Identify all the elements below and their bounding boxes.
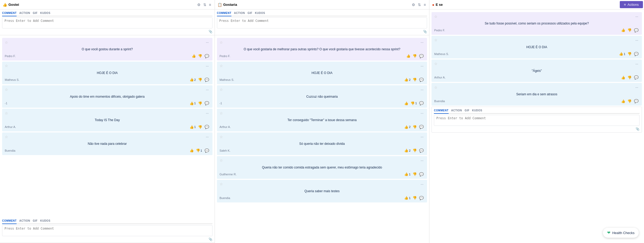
tab-gif-top-gostei[interactable]: GIF xyxy=(33,11,38,15)
health-checks-button[interactable]: ❤ Health Checks xyxy=(603,228,639,238)
downvote-btn-gostaria-7[interactable]: 👎 xyxy=(412,196,417,200)
upvote-btn-gostei-2[interactable]: 👍 2 xyxy=(189,77,196,82)
tab-kudos-top-gostei[interactable]: KUDOS xyxy=(40,11,51,15)
attachment-icon-gostaria[interactable]: 📎 xyxy=(423,30,427,33)
attachment-icon-bottom-gostei[interactable]: 📎 xyxy=(209,237,212,241)
upvote-btn-gostei-3[interactable]: 👍 1 xyxy=(189,101,196,106)
more-btn-gostaria-7[interactable]: ··· xyxy=(420,182,425,186)
more-btn-ese-1[interactable]: ··· xyxy=(634,14,639,19)
downvote-btn-gostei-3[interactable]: 👎 xyxy=(197,101,203,106)
star-icon-gostaria-2[interactable]: ☆ xyxy=(220,64,223,68)
upvote-btn-ese-1[interactable]: 👍 xyxy=(621,28,626,32)
downvote-btn-gostei-4[interactable]: 👎 xyxy=(197,125,203,129)
tab-gif-ese[interactable]: GIF xyxy=(465,108,469,112)
more-btn-gostaria-2[interactable]: ··· xyxy=(420,64,425,68)
comment-btn-ese-2[interactable]: 💬 xyxy=(633,52,639,56)
more-btn-gostaria-6[interactable]: ··· xyxy=(420,158,425,163)
tab-comment-bottom-gostei[interactable]: COMMENT xyxy=(2,219,17,224)
comment-btn-gostaria-1[interactable]: 💬 xyxy=(418,54,424,58)
comment-btn-gostaria-2[interactable]: 💬 xyxy=(418,77,424,82)
star-icon-ese-2[interactable]: ☆ xyxy=(434,38,438,42)
more-btn-gostei-5[interactable]: ··· xyxy=(205,135,210,139)
more-btn-gostaria-3[interactable]: ··· xyxy=(420,87,425,92)
comment-btn-gostei-4[interactable]: 💬 xyxy=(204,125,210,129)
upvote-btn-gostaria-6[interactable]: 👍 1 xyxy=(404,172,411,176)
upvote-btn-ese-3[interactable]: 👍 xyxy=(621,75,626,80)
more-btn-gostaria-4[interactable]: ··· xyxy=(420,111,425,115)
star-icon-gostei-5[interactable]: ☆ xyxy=(5,135,8,139)
star-icon-gostei-2[interactable]: ☆ xyxy=(5,64,8,68)
more-btn-ese-2[interactable]: ··· xyxy=(634,38,639,42)
upvote-btn-gostaria-2[interactable]: 👍 2 xyxy=(404,77,411,82)
comment-btn-gostei-2[interactable]: 💬 xyxy=(204,77,210,82)
star-icon-ese-4[interactable]: ☆ xyxy=(434,85,438,90)
downvote-btn-ese-2[interactable]: 👎 xyxy=(627,52,632,56)
tab-action-ese[interactable]: ACTION xyxy=(451,108,462,112)
more-icon-gostaria[interactable]: ≡ xyxy=(423,2,427,7)
downvote-btn-gostaria-5[interactable]: 👎 xyxy=(412,148,417,153)
tab-comment-top-gostei[interactable]: COMMENT xyxy=(2,11,17,16)
tab-comment-gostaria[interactable]: COMMENT xyxy=(217,11,231,16)
comment-btn-gostaria-6[interactable]: 💬 xyxy=(418,172,424,177)
downvote-btn-gostaria-3[interactable]: 👎 1 xyxy=(410,101,417,106)
tab-comment-ese[interactable]: COMMENT xyxy=(434,108,448,114)
downvote-btn-gostaria-6[interactable]: 👎 xyxy=(412,172,417,176)
comment-textarea-ese[interactable] xyxy=(434,115,640,126)
tab-gif-bottom-gostei[interactable]: GIF xyxy=(33,219,38,223)
comment-btn-gostei-3[interactable]: 💬 xyxy=(204,101,210,106)
star-icon-gostei-4[interactable]: ☆ xyxy=(5,111,8,115)
comment-btn-gostaria-7[interactable]: 💬 xyxy=(418,196,424,200)
downvote-btn-ese-3[interactable]: 👎 xyxy=(627,75,632,80)
star-icon-gostaria-4[interactable]: ☆ xyxy=(220,111,223,115)
more-btn-ese-4[interactable]: ··· xyxy=(634,85,639,90)
comment-btn-gostaria-5[interactable]: 💬 xyxy=(418,148,424,153)
downvote-btn-gostei-2[interactable]: 👎 xyxy=(197,77,203,82)
attachment-icon-top-gostei[interactable]: 📎 xyxy=(209,30,212,33)
downvote-btn-ese-4[interactable]: 👎 xyxy=(627,99,632,103)
attachment-icon-ese[interactable]: 📎 xyxy=(636,127,640,131)
upvote-btn-gostaria-1[interactable]: 👍 xyxy=(406,54,411,58)
tab-action-bottom-gostei[interactable]: ACTION xyxy=(19,219,30,223)
comment-btn-ese-3[interactable]: 💬 xyxy=(633,75,639,80)
filter-icon-gostei[interactable]: ⚙ xyxy=(196,2,201,7)
more-icon-gostei[interactable]: ≡ xyxy=(208,2,212,7)
downvote-btn-gostei-5[interactable]: 👎 1 xyxy=(195,148,203,153)
tab-action-gostaria[interactable]: ACTION xyxy=(234,11,245,15)
tab-gif-gostaria[interactable]: GIF xyxy=(247,11,252,15)
more-btn-gostei-2[interactable]: ··· xyxy=(205,64,210,68)
star-icon-gostei-3[interactable]: ☆ xyxy=(5,87,8,92)
upvote-btn-gostei-1[interactable]: 👍 xyxy=(191,54,196,58)
downvote-btn-gostaria-4[interactable]: 👎 xyxy=(412,125,417,129)
comment-btn-gostei-5[interactable]: 💬 xyxy=(204,148,210,153)
more-btn-gostei-1[interactable]: ··· xyxy=(205,40,210,44)
more-btn-gostei-3[interactable]: ··· xyxy=(205,87,210,92)
more-btn-gostaria-5[interactable]: ··· xyxy=(420,135,425,139)
upvote-btn-gostei-5[interactable]: 👍 xyxy=(189,148,194,153)
tab-action-top-gostei[interactable]: ACTION xyxy=(19,11,30,15)
star-icon-gostei-1[interactable]: ☆ xyxy=(5,40,8,44)
upvote-btn-ese-2[interactable]: 👍 1 xyxy=(618,52,626,56)
tab-kudos-ese[interactable]: KUDOS xyxy=(472,108,482,112)
upvote-btn-ese-4[interactable]: 👍 xyxy=(621,99,626,103)
comment-btn-ese-4[interactable]: 💬 xyxy=(633,99,639,103)
downvote-btn-ese-1[interactable]: 👎 xyxy=(627,28,632,32)
filter-icon-gostaria[interactable]: ⚙ xyxy=(411,2,416,7)
comment-textarea-top-gostei[interactable] xyxy=(2,17,212,28)
star-icon-gostaria-7[interactable]: ☆ xyxy=(220,182,223,186)
tab-kudos-gostaria[interactable]: KUDOS xyxy=(255,11,265,15)
more-btn-ese-3[interactable]: ··· xyxy=(634,62,639,66)
upvote-btn-gostaria-4[interactable]: 👍 2 xyxy=(404,125,411,129)
sort-icon-gostei[interactable]: ⇅ xyxy=(202,2,207,7)
comment-btn-gostei-1[interactable]: 💬 xyxy=(204,54,210,58)
comment-textarea-bottom-gostei[interactable] xyxy=(2,225,212,236)
downvote-btn-gostaria-2[interactable]: 👎 xyxy=(412,77,417,82)
star-icon-gostaria-6[interactable]: ☆ xyxy=(220,158,223,162)
star-icon-gostaria-1[interactable]: ☆ xyxy=(220,40,223,44)
downvote-btn-gostei-1[interactable]: 👎 xyxy=(197,54,203,58)
star-icon-ese-1[interactable]: ☆ xyxy=(434,14,438,19)
more-btn-gostaria-1[interactable]: ··· xyxy=(420,40,425,44)
comment-btn-gostaria-4[interactable]: 💬 xyxy=(418,125,424,129)
star-icon-gostaria-5[interactable]: ☆ xyxy=(220,135,223,139)
comment-btn-gostaria-3[interactable]: 💬 xyxy=(418,101,424,106)
comment-btn-ese-1[interactable]: 💬 xyxy=(633,28,639,33)
